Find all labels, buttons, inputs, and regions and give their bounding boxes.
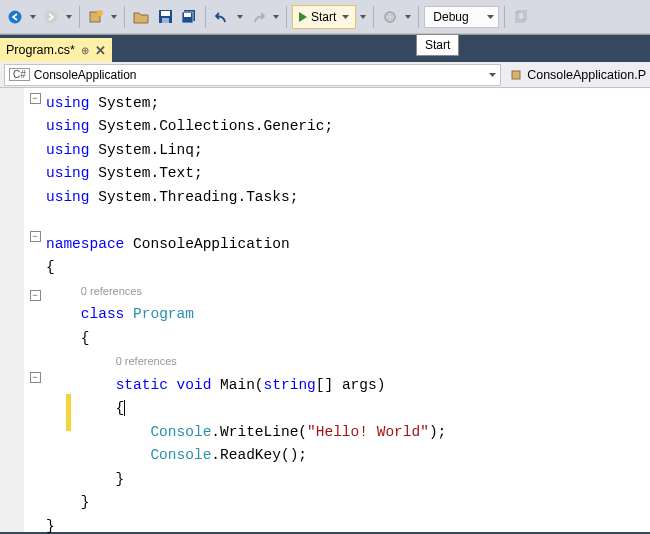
svg-point-3	[97, 10, 103, 16]
class-icon	[509, 68, 523, 82]
forward-dropdown[interactable]	[64, 15, 74, 19]
toolbar-separator	[418, 6, 419, 28]
codelens[interactable]: 0 references	[81, 285, 142, 297]
toolbar-separator	[79, 6, 80, 28]
tab-filename: Program.cs*	[6, 43, 75, 57]
svg-point-1	[45, 10, 58, 23]
start-dropdown[interactable]	[358, 15, 368, 19]
redo-dropdown[interactable]	[271, 15, 281, 19]
member-value: ConsoleApplication.P	[527, 68, 646, 82]
start-button[interactable]: Start	[292, 5, 356, 29]
save-icon[interactable]	[154, 6, 176, 28]
codelens[interactable]: 0 references	[116, 355, 177, 367]
csharp-badge: C#	[9, 68, 30, 81]
back-button[interactable]	[4, 6, 26, 28]
outline-column: − − − −	[24, 88, 46, 532]
config-combo[interactable]: Debug	[424, 6, 498, 28]
browser-link-icon[interactable]	[379, 6, 401, 28]
new-project-icon[interactable]	[85, 6, 107, 28]
svg-rect-9	[184, 13, 191, 17]
toolbar-separator	[504, 6, 505, 28]
svg-point-10	[385, 12, 395, 22]
save-all-icon[interactable]	[178, 6, 200, 28]
outline-toggle[interactable]: −	[30, 231, 41, 242]
outline-toggle[interactable]: −	[30, 372, 41, 383]
close-icon[interactable]: ✕	[95, 43, 106, 58]
svg-point-0	[9, 10, 22, 23]
play-icon	[299, 12, 307, 22]
start-label: Start	[311, 10, 336, 24]
outline-toggle[interactable]: −	[30, 93, 41, 104]
svg-rect-13	[512, 71, 520, 79]
text-caret	[124, 400, 125, 416]
toolbar-separator	[286, 6, 287, 28]
outline-toggle[interactable]: −	[30, 290, 41, 301]
document-tabstrip: Program.cs* ⊕ ✕	[0, 34, 650, 62]
open-file-icon[interactable]	[130, 6, 152, 28]
code-editor[interactable]: − − − − using System; using System.Colle…	[0, 88, 650, 534]
config-value: Debug	[433, 10, 468, 24]
redo-icon[interactable]	[247, 6, 269, 28]
member-combo[interactable]: ConsoleApplication.P	[505, 64, 646, 86]
find-in-files-icon[interactable]	[510, 6, 532, 28]
toolbar-separator	[205, 6, 206, 28]
scope-combo[interactable]: C# ConsoleApplication	[4, 64, 501, 86]
svg-rect-5	[161, 11, 170, 16]
forward-button[interactable]	[40, 6, 62, 28]
editor-gutter	[0, 88, 24, 532]
code-content[interactable]: using System; using System.Collections.G…	[46, 88, 650, 532]
back-dropdown[interactable]	[28, 15, 38, 19]
svg-rect-6	[162, 18, 169, 23]
main-toolbar: Start Debug Start	[0, 0, 650, 34]
start-tooltip: Start	[416, 34, 459, 56]
change-indicator	[66, 394, 71, 431]
toolbar-separator	[373, 6, 374, 28]
browser-link-dropdown[interactable]	[403, 15, 413, 19]
navigation-bar: C# ConsoleApplication ConsoleApplication…	[0, 62, 650, 88]
new-project-dropdown[interactable]	[109, 15, 119, 19]
undo-icon[interactable]	[211, 6, 233, 28]
toolbar-separator	[124, 6, 125, 28]
document-tab[interactable]: Program.cs* ⊕ ✕	[0, 38, 112, 62]
pin-icon[interactable]: ⊕	[81, 45, 89, 56]
undo-dropdown[interactable]	[235, 15, 245, 19]
scope-value: ConsoleApplication	[34, 68, 485, 82]
